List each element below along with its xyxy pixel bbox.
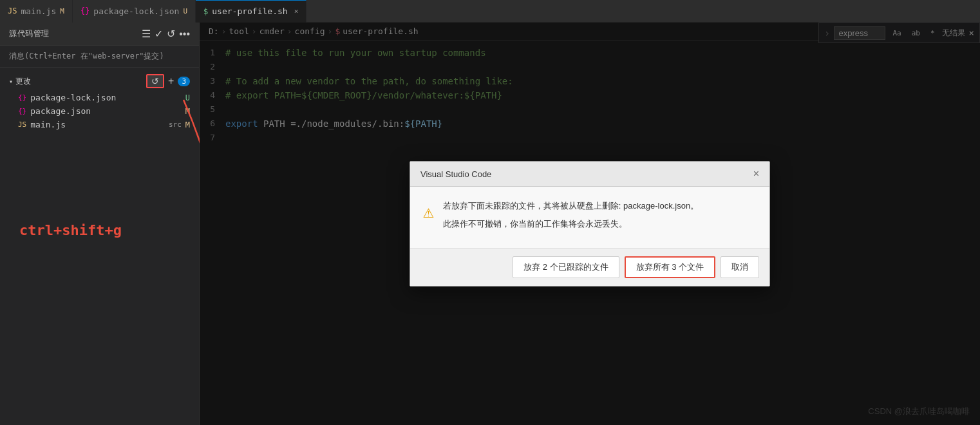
file-name-package-lock: package-lock.json	[30, 93, 182, 102]
add-button[interactable]: +	[168, 75, 174, 87]
cancel-button[interactable]: 取消	[721, 256, 759, 278]
modal-title: Visual Studio Code	[420, 169, 491, 179]
changes-badge: 3	[178, 77, 190, 86]
json-icon: {}	[80, 6, 90, 15]
tab-package-lock-label: package-lock.json	[93, 6, 179, 16]
changes-header[interactable]: ▾ 更改 ↺ + 3	[0, 71, 199, 91]
more-icon-button[interactable]: •••	[179, 28, 190, 40]
tab-package-lock-badge: U	[183, 7, 187, 15]
annotation-text: ctrl+shift+g	[19, 222, 122, 238]
list-icon-button[interactable]: ☰	[142, 28, 151, 40]
warning-icon: ⚠	[423, 201, 434, 222]
commit-placeholder: 消息(Ctrl+Enter 在"web-server"提交)	[9, 51, 190, 62]
modal-warning: ⚠ 若放弃下面未跟踪的文件，其将被从硬盘上删除: package-lock.js…	[423, 200, 757, 230]
sidebar-header: 源代码管理 ☰ ✓ ↺ •••	[0, 23, 199, 46]
file-item-package-json[interactable]: {} package.json M	[0, 104, 199, 118]
modal-header: Visual Studio Code ×	[410, 162, 769, 187]
sidebar-actions: ☰ ✓ ↺ •••	[142, 28, 190, 40]
file-name-main-js: main.js	[30, 120, 162, 129]
tab-user-profile-label: user-profile.sh	[212, 6, 287, 16]
sidebar: 源代码管理 ☰ ✓ ↺ ••• 消息(Ctrl+Enter 在"web-serv…	[0, 23, 200, 425]
file-status-package-lock: U	[185, 93, 190, 102]
js-file-icon: JS	[18, 120, 26, 129]
warning-line1: 若放弃下面未跟踪的文件，其将被从硬盘上删除: package-lock.json…	[443, 200, 757, 212]
main-layout: 源代码管理 ☰ ✓ ↺ ••• 消息(Ctrl+Enter 在"web-serv…	[0, 23, 980, 425]
discard-tracked-button[interactable]: 放弃 2 个已跟踪的文件	[513, 256, 619, 278]
tab-bar: JS main.js M {} package-lock.json U $ us…	[0, 0, 980, 23]
discard-all-button[interactable]: 放弃所有 3 个文件	[625, 256, 715, 278]
modal-close-button[interactable]: ×	[753, 168, 759, 180]
changes-section: ▾ 更改 ↺ + 3 {} package-lock.json U {} pac…	[0, 68, 199, 135]
modal-overlay: Visual Studio Code × ⚠ 若放弃下面未跟踪的文件，其将被从硬…	[200, 23, 980, 425]
warning-line2: 此操作不可撤销，你当前的工作集将会永远丢失。	[443, 218, 757, 231]
changes-label: 更改	[15, 76, 31, 87]
close-tab-icon[interactable]: ×	[294, 7, 299, 15]
file-item-package-lock[interactable]: {} package-lock.json U	[0, 91, 199, 104]
json-file-icon2: {}	[18, 107, 26, 115]
refresh-icon-button[interactable]: ↺	[167, 28, 175, 40]
tab-main-js-badge: M	[60, 7, 64, 15]
warning-texts: 若放弃下面未跟踪的文件，其将被从硬盘上删除: package-lock.json…	[443, 200, 757, 230]
file-item-main-js[interactable]: JS main.js src M	[0, 118, 199, 131]
modal-footer: 放弃 2 个已跟踪的文件 放弃所有 3 个文件 取消	[410, 248, 769, 286]
tab-package-lock[interactable]: {} package-lock.json U	[73, 0, 196, 23]
json-file-icon: {}	[18, 93, 26, 102]
file-status-package-json: M	[185, 107, 190, 116]
check-icon-button[interactable]: ✓	[155, 28, 163, 40]
commit-message-area: 消息(Ctrl+Enter 在"web-server"提交)	[0, 46, 199, 68]
undo-button[interactable]: ↺	[146, 74, 164, 88]
tab-main-js[interactable]: JS main.js M	[0, 0, 73, 23]
chevron-down-icon: ▾	[9, 78, 13, 85]
js-icon: JS	[8, 6, 17, 15]
sidebar-title: 源代码管理	[9, 28, 50, 39]
tab-user-profile[interactable]: $ user-profile.sh ×	[196, 0, 306, 23]
modal-dialog: Visual Studio Code × ⚠ 若放弃下面未跟踪的文件，其将被从硬…	[410, 161, 770, 287]
file-path-main-js: src	[169, 120, 182, 129]
tab-main-js-label: main.js	[21, 6, 56, 16]
editor-area: D: › tool › cmder › config › $ user-prof…	[200, 23, 980, 425]
file-name-package-json: package.json	[30, 106, 182, 116]
modal-body: ⚠ 若放弃下面未跟踪的文件，其将被从硬盘上删除: package-lock.js…	[410, 187, 769, 248]
file-status-main-js: M	[185, 120, 190, 129]
sh-icon: $	[203, 7, 208, 16]
